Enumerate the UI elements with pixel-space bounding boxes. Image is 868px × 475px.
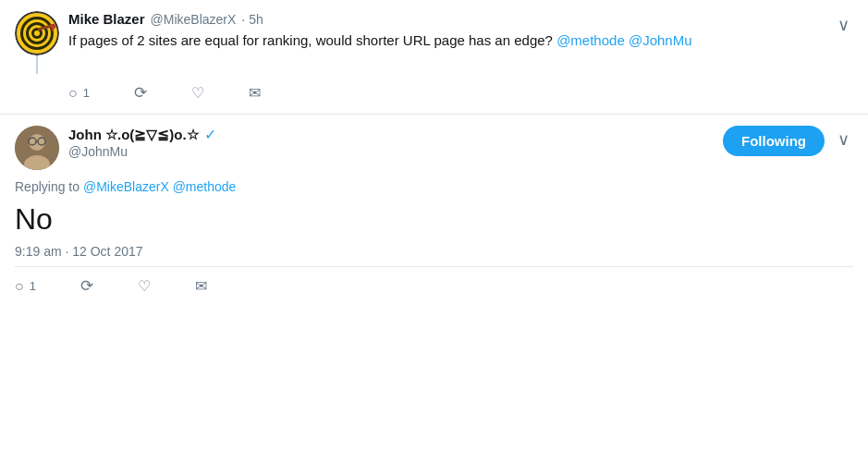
- tweet-1-header: Mike Blazer @MikeBlazerX · 5h If pages o…: [15, 11, 853, 55]
- tweet-2-header: John ☆.o(≧▽≦)o.☆ ✓ @JohnMu Following ∨: [15, 126, 853, 170]
- message-action-2[interactable]: ✉: [195, 276, 207, 296]
- following-button[interactable]: Following: [723, 126, 825, 156]
- tweet-2-handle[interactable]: @JohnMu: [68, 143, 714, 160]
- reply-icon-2: ○: [15, 278, 24, 295]
- like-icon: ♡: [191, 84, 204, 102]
- tweet-1-handle[interactable]: @MikeBlazerX: [151, 12, 237, 27]
- svg-point-1: [29, 134, 45, 151]
- retweet-action[interactable]: ⟳: [134, 83, 147, 103]
- tweet-2-avatar[interactable]: [15, 126, 59, 170]
- mention-methode[interactable]: @methode: [173, 179, 237, 194]
- mention-mikeblazerx[interactable]: @MikeBlazerX: [83, 179, 169, 194]
- tweet-2-username[interactable]: John ☆.o(≧▽≦)o.☆: [68, 127, 199, 143]
- tweet-2: John ☆.o(≧▽≦)o.☆ ✓ @JohnMu Following ∨ R…: [0, 115, 868, 307]
- tweet-2-meta: John ☆.o(≧▽≦)o.☆ ✓ @JohnMu: [68, 126, 714, 160]
- tweet-1-mention-johnmu[interactable]: @JohnMu: [629, 32, 692, 48]
- divider: [15, 266, 853, 267]
- thread-line: [36, 55, 38, 74]
- tweet-1-chevron[interactable]: ∨: [834, 11, 853, 39]
- reply-count: 1: [83, 86, 90, 100]
- retweet-action-2[interactable]: ⟳: [80, 276, 93, 296]
- reply-count-2: 1: [30, 279, 36, 293]
- tweet-2-main-text: No: [15, 201, 853, 237]
- tweet-1: Mike Blazer @MikeBlazerX · 5h If pages o…: [0, 0, 868, 115]
- like-icon-2: ♡: [138, 277, 151, 295]
- tweet-1-avatar[interactable]: [15, 11, 59, 55]
- retweet-icon-2: ⟳: [80, 276, 93, 296]
- tweet-1-meta: Mike Blazer @MikeBlazerX · 5h If pages o…: [68, 11, 825, 50]
- tweet-2-chevron[interactable]: ∨: [834, 126, 853, 153]
- reply-to: Replying to @MikeBlazerX @methode: [15, 179, 853, 194]
- tweet-1-actions: ○ 1 ⟳ ♡ ✉: [68, 83, 853, 103]
- tweet-2-timestamp: 9:19 am · 12 Oct 2017: [15, 244, 853, 259]
- message-action[interactable]: ✉: [249, 83, 261, 103]
- reply-action-2[interactable]: ○ 1: [15, 276, 36, 296]
- reply-icon: ○: [68, 85, 78, 102]
- tweet-1-username[interactable]: Mike Blazer: [68, 11, 145, 27]
- tweet-2-name-row: John ☆.o(≧▽≦)o.☆ ✓: [68, 126, 714, 143]
- tweet-1-time: · 5h: [241, 12, 263, 27]
- tweet-1-name-row: Mike Blazer @MikeBlazerX · 5h: [68, 11, 825, 27]
- like-action[interactable]: ♡: [191, 83, 204, 103]
- like-action-2[interactable]: ♡: [138, 276, 151, 296]
- message-icon: ✉: [249, 84, 261, 102]
- message-icon-2: ✉: [195, 277, 207, 295]
- tweet-2-actions: ○ 1 ⟳ ♡ ✉: [15, 276, 853, 296]
- reply-action[interactable]: ○ 1: [68, 83, 90, 103]
- tweet-1-mention-methode[interactable]: @methode: [556, 32, 625, 48]
- tweet-1-text: If pages of 2 sites are equal for rankin…: [68, 30, 825, 50]
- retweet-icon: ⟳: [134, 83, 147, 103]
- verified-icon: ✓: [204, 126, 216, 143]
